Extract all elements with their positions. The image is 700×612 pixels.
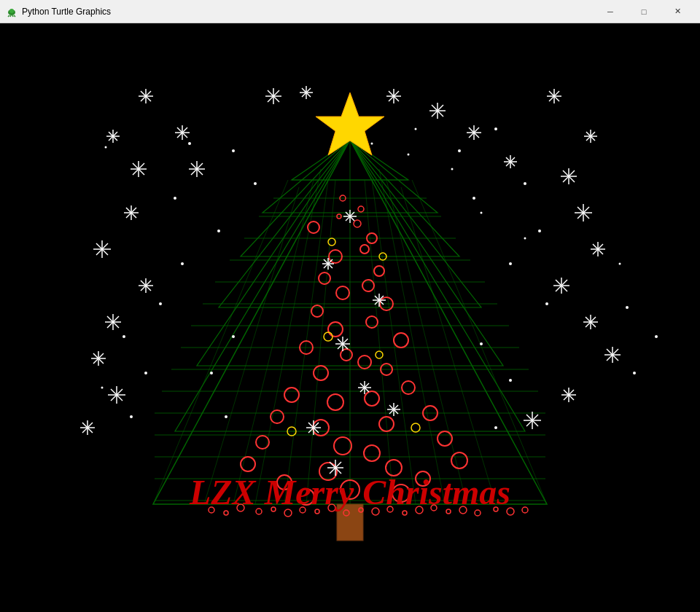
svg-point-283 [371,143,373,145]
svg-point-62 [284,388,299,402]
svg-point-51 [362,280,374,291]
svg-point-72 [334,437,351,455]
svg-line-38 [153,180,288,504]
svg-point-276 [545,302,548,305]
svg-point-289 [210,372,213,374]
svg-point-57 [394,333,408,348]
svg-point-281 [105,146,107,149]
svg-point-279 [633,372,636,374]
svg-point-74 [241,457,255,471]
svg-point-48 [319,272,330,284]
greeting-text: LZX Merry Christmas [189,473,510,511]
svg-point-260 [188,142,191,145]
svg-point-73 [364,445,380,461]
svg-point-275 [509,262,512,265]
svg-point-89 [324,332,332,341]
svg-point-87 [328,238,335,246]
svg-point-71 [438,431,452,446]
titlebar-left: Python Turtle Graphics [6,6,111,17]
svg-line-41 [386,180,467,504]
svg-line-3 [10,15,11,17]
svg-point-273 [472,197,475,200]
svg-point-60 [314,366,328,380]
canvas-area: LZX Merry Christmas [0,23,700,612]
window-title: Python Turtle Graphics [22,7,111,17]
svg-point-278 [655,335,658,338]
svg-point-92 [411,423,420,432]
svg-point-269 [101,387,104,389]
svg-point-261 [254,182,257,185]
svg-line-34 [284,180,328,504]
svg-point-292 [509,379,512,382]
svg-point-285 [451,168,454,170]
minimize-button[interactable]: ─ [594,0,627,23]
svg-point-280 [619,263,621,265]
svg-point-86 [354,220,361,227]
svg-point-264 [181,262,184,265]
svg-point-90 [376,351,383,358]
app-icon [6,6,18,17]
svg-point-114 [522,507,528,513]
svg-point-50 [336,286,349,299]
christmas-scene: LZX Merry Christmas [0,23,700,612]
svg-point-75 [451,452,467,468]
svg-point-54 [328,322,343,337]
svg-line-4 [12,15,13,17]
svg-point-263 [217,230,220,232]
svg-point-49 [374,266,384,276]
svg-point-287 [524,238,526,240]
svg-point-64 [327,394,343,410]
svg-line-2 [8,15,9,17]
svg-point-259 [232,149,235,152]
svg-point-277 [626,306,629,309]
svg-point-293 [494,426,497,429]
svg-point-291 [480,342,483,345]
svg-point-59 [358,356,371,369]
svg-point-288 [232,335,235,338]
svg-point-270 [458,149,461,152]
svg-point-265 [159,302,162,305]
window-controls: ─ □ ✕ [594,0,694,23]
svg-line-39 [412,180,547,504]
svg-point-284 [408,154,410,156]
svg-point-272 [524,182,526,185]
svg-point-63 [402,381,415,394]
svg-point-262 [174,197,176,200]
svg-point-266 [122,335,125,338]
svg-line-5 [14,15,15,17]
svg-point-286 [481,212,483,214]
svg-point-84 [358,206,364,212]
close-button[interactable]: ✕ [661,0,694,23]
svg-point-271 [494,128,497,130]
svg-point-1 [9,9,14,13]
svg-point-267 [144,372,147,374]
svg-point-268 [130,415,133,418]
maximize-button[interactable]: □ [627,0,661,23]
svg-point-65 [365,391,379,406]
svg-point-282 [415,128,417,130]
svg-point-55 [366,316,378,328]
titlebar: Python Turtle Graphics ─ □ ✕ [0,0,700,23]
svg-point-290 [225,415,228,418]
svg-point-70 [256,436,269,449]
svg-point-47 [360,245,369,254]
svg-point-274 [538,230,541,232]
